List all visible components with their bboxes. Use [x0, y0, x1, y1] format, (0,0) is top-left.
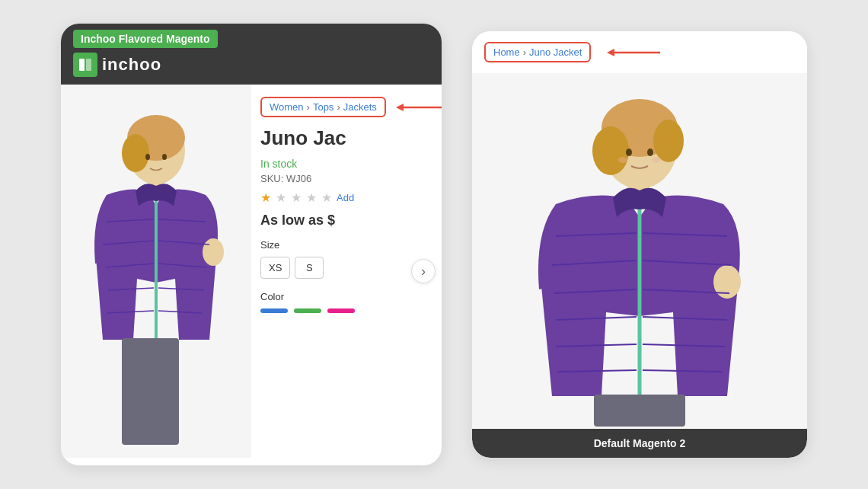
- size-label: Size: [260, 239, 429, 251]
- next-image-button[interactable]: ›: [411, 259, 436, 283]
- right-card: Home › Juno Jacket: [472, 31, 807, 458]
- size-xs[interactable]: XS: [260, 257, 290, 279]
- product-area-left: › Women › Tops › Jackets: [61, 85, 442, 458]
- inchoo-logo-text: inchoo: [102, 55, 161, 75]
- breadcrumb-home[interactable]: Home: [493, 46, 520, 58]
- color-label: Color: [260, 291, 429, 302]
- color-swatches: [260, 308, 429, 313]
- add-review-link[interactable]: Add: [337, 192, 354, 203]
- product-image-left: [61, 85, 251, 458]
- sku-value: WJ06: [286, 173, 311, 184]
- svg-point-7: [203, 238, 224, 266]
- sku-label: SKU:: [260, 173, 283, 184]
- color-green[interactable]: [294, 308, 321, 313]
- right-bottom-banner: Default Magento 2: [472, 429, 807, 458]
- star-empty-4: ★: [321, 190, 332, 205]
- breadcrumb-sep-2: ›: [337, 101, 340, 113]
- svg-marker-24: [607, 49, 614, 56]
- size-options: XS S: [260, 257, 429, 279]
- breadcrumb-juno-jacket[interactable]: Juno Jacket: [529, 46, 582, 58]
- right-image-area: [472, 73, 807, 429]
- svg-point-46: [647, 149, 653, 156]
- svg-point-45: [626, 149, 632, 156]
- logo-area: inchoo: [73, 53, 429, 77]
- breadcrumb-tops[interactable]: Tops: [313, 101, 333, 113]
- svg-point-47: [618, 157, 627, 163]
- breadcrumb-sep-1: ›: [307, 101, 310, 113]
- breadcrumb-box-left: Women › Tops › Jackets: [260, 97, 386, 117]
- svg-point-19: [145, 154, 150, 160]
- right-top-section: Home › Juno Jacket: [472, 31, 807, 73]
- breadcrumb-arrow-left: [392, 100, 442, 115]
- color-blue[interactable]: [260, 308, 288, 313]
- left-card: Inchoo Flavored Magento inchoo: [61, 24, 442, 465]
- page-container: Inchoo Flavored Magento inchoo: [0, 0, 868, 489]
- sku-line: SKU: WJ06: [260, 173, 429, 184]
- inchoo-banner-label: Inchoo Flavored Magento: [73, 30, 218, 48]
- stock-status: In stock: [260, 158, 429, 170]
- star-empty-1: ★: [276, 190, 286, 205]
- color-pink[interactable]: [327, 308, 355, 313]
- star-empty-2: ★: [291, 190, 302, 205]
- svg-point-4: [122, 134, 149, 172]
- breadcrumb-sep-right: ›: [523, 46, 526, 58]
- breadcrumb-container-left: Women › Tops › Jackets: [260, 97, 429, 117]
- rating-row: ★ ★ ★ ★ ★ Add: [260, 190, 429, 205]
- star-filled-1: ★: [260, 190, 271, 205]
- svg-marker-22: [396, 104, 404, 111]
- price-line: As low as $: [260, 213, 429, 229]
- default-magento-label: Default Magento 2: [594, 437, 686, 449]
- breadcrumb-arrow-right: [603, 45, 664, 60]
- svg-point-28: [653, 120, 684, 162]
- product-title-left: Juno Jac: [260, 126, 429, 150]
- breadcrumb-jackets[interactable]: Jackets: [343, 101, 377, 113]
- star-empty-3: ★: [306, 190, 317, 205]
- svg-rect-1: [86, 59, 91, 71]
- right-breadcrumb-row: Home › Juno Jacket: [484, 42, 795, 62]
- svg-point-27: [592, 126, 629, 175]
- svg-point-20: [162, 154, 167, 160]
- left-top-banner: Inchoo Flavored Magento inchoo: [61, 24, 442, 85]
- svg-point-48: [652, 157, 661, 163]
- breadcrumb-women[interactable]: Women: [270, 101, 304, 113]
- breadcrumb-box-right: Home › Juno Jacket: [484, 42, 591, 62]
- size-s[interactable]: S: [295, 257, 324, 279]
- svg-rect-44: [594, 395, 685, 427]
- inchoo-logo-icon: [73, 53, 97, 77]
- svg-rect-18: [122, 338, 179, 445]
- svg-rect-0: [79, 59, 85, 71]
